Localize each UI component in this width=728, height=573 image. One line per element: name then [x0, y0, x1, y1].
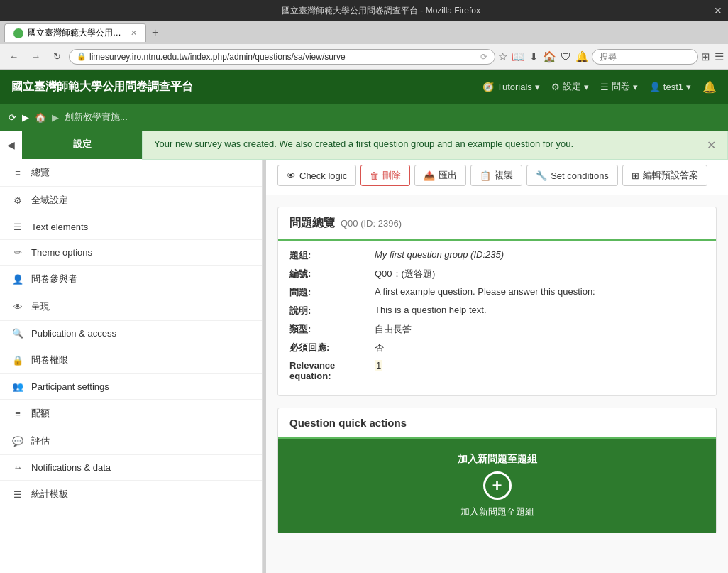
top-nav-left: 國立臺灣師範大學公用問卷調查平台: [11, 80, 193, 94]
overview-label-mandatory: 必須回應:: [289, 342, 375, 354]
breadcrumb-survey-label: 創新教學實施...: [65, 111, 128, 124]
delete-button[interactable]: 🗑 刪除: [360, 165, 410, 186]
notification-bell-icon[interactable]: 🔔: [702, 80, 717, 94]
overview-value-relevance: 1: [375, 360, 382, 381]
sidebar-item-label: 問卷權限: [31, 354, 68, 366]
quota-icon: ≡: [11, 408, 24, 419]
breadcrumb-separator: ▶: [52, 112, 59, 123]
question-overview-section: 問題總覽 Q00 (ID: 2396) 題組: My first questio…: [277, 207, 717, 396]
window-title: 國立臺灣師範大學公用問卷調查平台 - Mozilla Firefox: [48, 5, 714, 17]
overview-row-group: 題組: My first question group (ID:235): [289, 249, 705, 262]
sidebar-item-label: Text elements: [31, 222, 88, 232]
export-button[interactable]: 📤 匯出: [414, 165, 466, 186]
breadcrumb-house-icon[interactable]: 🏠: [35, 112, 46, 123]
sidebar-item-publication-access[interactable]: 🔍 Publication & access: [0, 321, 262, 346]
breadcrumb-arrow-icon: ▶: [22, 112, 29, 123]
sidebar-item-label: 統計模板: [31, 488, 68, 501]
copy-icon: 📋: [480, 170, 491, 181]
reader-icon[interactable]: 📖: [512, 50, 525, 63]
check-logic-button[interactable]: 👁 Check logic: [277, 165, 356, 186]
lock-icon: 🔒: [11, 355, 24, 366]
sidebar-item-theme-options[interactable]: ✏ Theme options: [0, 240, 262, 266]
sidebar-item-participant-settings[interactable]: 👥 Participant settings: [0, 374, 262, 400]
tab-close-button[interactable]: ✕: [131, 28, 137, 38]
sidebar-item-presentation[interactable]: 👁 呈現: [0, 293, 262, 321]
delete-icon: 🗑: [370, 170, 379, 181]
refresh-button[interactable]: ↻: [48, 48, 66, 65]
toolbar-icons: ☆ 📖 ⬇ 🏠 🛡 🔔: [498, 50, 589, 63]
add-question-to-group-button[interactable]: 加入新問題至題組 + 加入新問題至題組: [278, 439, 716, 533]
overview-row-mandatory: 必須回應: 否: [289, 342, 705, 354]
back-button[interactable]: ←: [4, 48, 23, 65]
conditions-icon: 🔧: [536, 170, 547, 181]
url-text: limesurvey.iro.ntnu.edu.tw/index.php/adm…: [89, 52, 478, 62]
sidebar-item-label: Theme options: [31, 247, 92, 258]
browser-tabs: 國立臺灣師範大學公用問... ✕ +: [0, 21, 728, 44]
settings-icon: ⚙: [551, 82, 560, 92]
bookmark-icon[interactable]: ☆: [498, 50, 507, 63]
quick-actions-section: Question quick actions 加入新問題至題組 + 加入新問題至…: [277, 408, 717, 533]
settings-chevron-icon: ▾: [584, 82, 589, 92]
browser-search-input[interactable]: [592, 49, 698, 65]
overview-row-number: 編號: Q00：(選答題): [289, 268, 705, 280]
window-close-button[interactable]: ✕: [714, 5, 722, 16]
settings-menu[interactable]: ⚙ 設定 ▾: [551, 80, 589, 93]
active-tab[interactable]: 國立臺灣師範大學公用問... ✕: [4, 23, 146, 42]
sidebar-item-participants[interactable]: 👤 問卷參與者: [0, 266, 262, 293]
survey-chevron-icon: ▾: [633, 82, 638, 92]
sidebar-item-label: 全域設定: [31, 194, 68, 207]
notification-icon[interactable]: 🔔: [575, 50, 589, 63]
app-title[interactable]: 國立臺灣師範大學公用問卷調查平台: [11, 80, 193, 94]
home-icon[interactable]: 🏠: [543, 50, 556, 63]
sidebar-item-overview[interactable]: ≡ 總覽: [0, 159, 262, 187]
survey-icon: ☰: [600, 82, 609, 92]
tutorials-menu[interactable]: 🧭 Tutorials ▾: [482, 82, 539, 92]
sidebar-item-label: 總覽: [31, 166, 50, 179]
content-area: ⚙ 預覽問卷 ⚙ Preview question group ⚙ Previe…: [266, 131, 728, 573]
edit-defaults-button[interactable]: ⊞ 編輯預設答案: [622, 165, 707, 186]
add-question-title: 加入新問題至題組: [458, 453, 537, 466]
top-navigation: 國立臺灣師範大學公用問卷調查平台 🧭 Tutorials ▾ ⚙ 設定 ▾ ☰ …: [0, 70, 728, 104]
tab-settings[interactable]: 設定: [22, 131, 142, 159]
check-logic-icon: 👁: [287, 170, 296, 181]
overview-value-group: My first question group (ID:235): [375, 249, 504, 262]
set-conditions-button[interactable]: 🔧 Set conditions: [526, 165, 618, 186]
quick-actions-header: Question quick actions: [278, 408, 716, 439]
breadcrumb-home-icon[interactable]: ⟳: [9, 112, 16, 123]
sidebar-item-label: Publication & access: [31, 328, 116, 339]
person-icon: 👤: [11, 274, 24, 285]
sidebar-item-label: 評估: [31, 435, 50, 447]
copy-button[interactable]: 📋 複製: [470, 165, 522, 186]
overview-value-question: A first example question. Please answer …: [375, 286, 595, 299]
chat-icon: 💬: [11, 436, 24, 447]
sidebar-item-notifications[interactable]: ↔ Notifications & data: [0, 455, 262, 481]
survey-menu[interactable]: ☰ 問卷 ▾: [600, 80, 638, 93]
new-tab-button[interactable]: +: [148, 26, 162, 39]
template-icon: ☰: [11, 489, 24, 500]
menu-icon[interactable]: ☰: [715, 50, 724, 63]
breadcrumb-survey-link[interactable]: 創新教學實施...: [65, 111, 128, 124]
pencil-icon: ✏: [11, 247, 24, 258]
shield-icon[interactable]: 🛡: [561, 50, 571, 62]
group-icon: 👥: [11, 381, 24, 392]
sidebar-item-evaluation[interactable]: 💬 評估: [0, 427, 262, 455]
tutorials-chevron-icon: ▾: [535, 82, 540, 92]
user-menu[interactable]: 👤 test1 ▾: [649, 82, 691, 92]
sidebar-item-stats-template[interactable]: ☰ 統計模板: [0, 481, 262, 508]
sidebar-menu: ≡ 總覽 ⚙ 全域設定 ☰ Text elements ✏ Theme opti…: [0, 159, 262, 573]
url-bar[interactable]: 🔒 limesurvey.iro.ntnu.edu.tw/index.php/a…: [69, 49, 495, 65]
grid-icon[interactable]: ⊞: [701, 50, 710, 63]
overview-row-question: 問題: A first example question. Please ans…: [289, 286, 705, 299]
tab-label: 國立臺灣師範大學公用問...: [28, 27, 126, 39]
forward-button[interactable]: →: [26, 48, 45, 65]
alert-close-button[interactable]: ✕: [707, 138, 716, 152]
download-icon[interactable]: ⬇: [529, 50, 539, 63]
overview-value-number: Q00：(選答題): [375, 268, 435, 280]
sidebar-item-quota[interactable]: ≡ 配額: [0, 400, 262, 427]
sidebar-item-text-elements[interactable]: ☰ Text elements: [0, 214, 262, 240]
sidebar-item-global-settings[interactable]: ⚙ 全域設定: [0, 187, 262, 214]
tab-favicon: [13, 28, 23, 38]
sidebar-item-label: Participant settings: [31, 381, 109, 392]
sidebar-item-permissions[interactable]: 🔒 問卷權限: [0, 346, 262, 374]
sidebar-collapse-button[interactable]: ◀: [0, 131, 22, 159]
